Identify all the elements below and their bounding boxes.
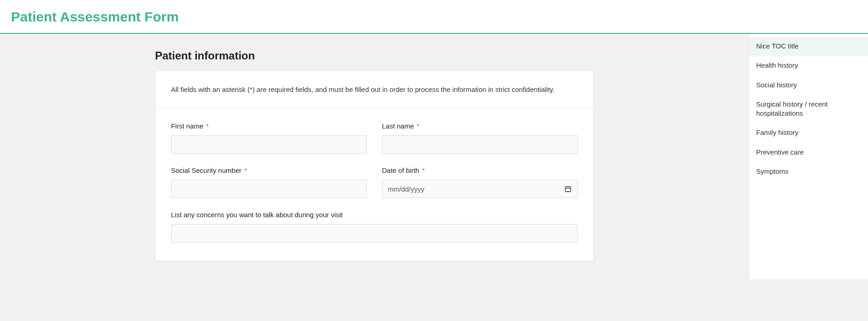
- label-text: List any concerns you want to talk about…: [171, 211, 343, 219]
- form-row: First name * Last name *: [171, 122, 578, 154]
- first-name-input[interactable]: [171, 135, 367, 154]
- toc-item[interactable]: Family history: [749, 123, 868, 142]
- form-row: List any concerns you want to talk about…: [171, 211, 578, 242]
- toc-item[interactable]: Preventive care: [749, 143, 868, 162]
- ssn-label: Social Security number *: [171, 166, 367, 174]
- main: Patient information All fields with an a…: [0, 34, 748, 279]
- ssn-input[interactable]: [171, 180, 367, 198]
- toc-item[interactable]: Symptoms: [749, 162, 868, 181]
- form-body: First name * Last name *: [156, 108, 593, 261]
- required-marker: *: [417, 122, 420, 130]
- last-name-input[interactable]: [382, 135, 578, 154]
- section-title: Patient information: [155, 49, 594, 62]
- page-header: Patient Assessment Form: [0, 0, 868, 34]
- form-card: All fields with an asterisk (*) are requ…: [155, 70, 594, 261]
- calendar-icon: [564, 185, 572, 193]
- required-marker: *: [206, 122, 209, 130]
- svg-rect-0: [565, 187, 571, 192]
- content: Patient information All fields with an a…: [155, 49, 594, 261]
- toc-item[interactable]: Health history: [749, 56, 868, 75]
- dob-placeholder: mm/dd/yyyy: [388, 185, 425, 193]
- first-name-label: First name *: [171, 122, 367, 130]
- label-text: Last name: [382, 122, 414, 130]
- last-name-label: Last name *: [382, 122, 578, 130]
- toc-item[interactable]: Social history: [749, 75, 868, 95]
- page-title: Patient Assessment Form: [11, 9, 857, 25]
- ssn-field: Social Security number *: [171, 166, 367, 198]
- dob-label: Date of birth *: [382, 166, 578, 174]
- dob-input[interactable]: mm/dd/yyyy: [382, 180, 578, 198]
- label-text: First name: [171, 122, 204, 130]
- required-marker: *: [244, 166, 247, 174]
- form-intro: All fields with an asterisk (*) are requ…: [156, 71, 593, 108]
- layout: Patient information All fields with an a…: [0, 34, 868, 279]
- concerns-input[interactable]: [171, 224, 578, 242]
- concerns-label: List any concerns you want to talk about…: [171, 211, 578, 219]
- label-text: Date of birth: [382, 166, 420, 174]
- first-name-field: First name *: [171, 122, 367, 154]
- toc: Nice TOC titleHealth historySocial histo…: [748, 34, 868, 279]
- form-row: Social Security number * Date of birth *: [171, 166, 578, 198]
- required-marker: *: [422, 166, 425, 174]
- concerns-field: List any concerns you want to talk about…: [171, 211, 578, 242]
- label-text: Social Security number: [171, 166, 242, 174]
- toc-item[interactable]: Surgical history / recent hospitalizatio…: [749, 95, 868, 123]
- last-name-field: Last name *: [382, 122, 578, 154]
- dob-field: Date of birth * mm/dd/yyyy: [382, 166, 578, 198]
- toc-item[interactable]: Nice TOC title: [749, 37, 868, 56]
